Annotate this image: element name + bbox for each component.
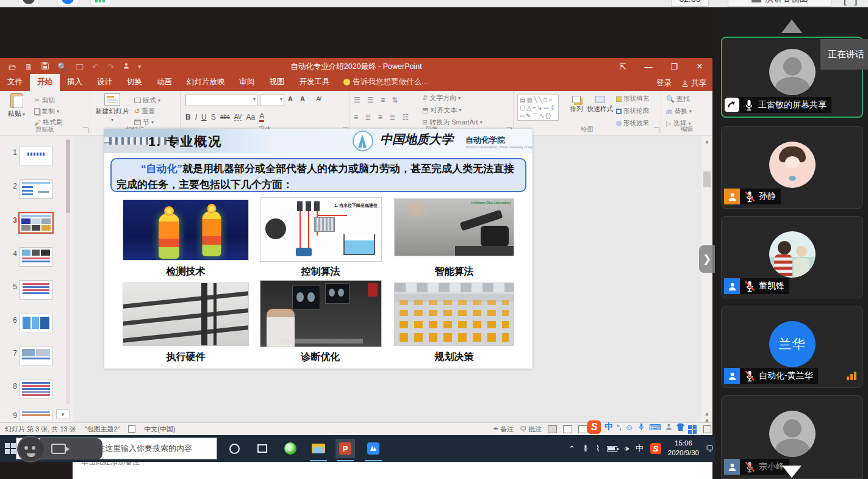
file-explorer-button[interactable] — [309, 439, 328, 458]
open-icon[interactable]: 🗁 — [9, 63, 16, 71]
slide-thumbnail-9[interactable] — [20, 409, 52, 420]
arrange-button[interactable]: 排列 — [567, 96, 586, 112]
thumbnail-scrollbar[interactable] — [66, 139, 70, 404]
strikethrough-button[interactable]: abc — [220, 113, 230, 120]
slide-thumbnail-8[interactable] — [20, 380, 52, 399]
ime-mic-icon[interactable] — [637, 423, 645, 432]
slide-thumbnail-7[interactable] — [20, 347, 52, 366]
slide-thumbnail-6[interactable] — [20, 314, 52, 333]
tab-transitions[interactable]: 切换 — [120, 74, 149, 91]
tray-mic-icon[interactable] — [582, 444, 589, 454]
taskbar-clock[interactable]: 15:062020/9/30 — [668, 439, 699, 458]
task-view-button[interactable] — [253, 439, 272, 458]
sogou-logo-icon[interactable]: S — [587, 420, 601, 434]
slide-thumbnail-3-selected[interactable] — [20, 213, 52, 232]
align-text-button[interactable]: ⬒对齐文本 ▾ — [422, 106, 461, 115]
tab-file[interactable]: 文件 — [0, 74, 30, 91]
minimize-button[interactable]: — — [636, 58, 661, 75]
clipboard-dialog-launcher[interactable] — [83, 128, 88, 133]
font-name-combo[interactable] — [185, 95, 257, 106]
cut-button[interactable]: ✂剪切 — [34, 96, 55, 105]
scroll-down-arrow[interactable] — [782, 466, 802, 478]
slide-sorter-view-button[interactable] — [563, 425, 572, 433]
reading-view-button[interactable] — [578, 425, 587, 433]
cortana-button[interactable] — [224, 439, 244, 458]
participant-tile-screenshare[interactable]: 正在讲话 王雷敏的屏幕共享 — [721, 37, 863, 118]
slide-vertical-scrollbar[interactable]: ▲ ▲▲ ▼▼ — [701, 136, 712, 449]
ime-toolbox-icon[interactable] — [665, 423, 673, 432]
meeting-volume-button[interactable] — [90, 0, 111, 6]
tab-design[interactable]: 设计 — [90, 74, 120, 91]
grow-font-button[interactable]: Aˆ — [288, 95, 296, 103]
close-button[interactable]: × — [687, 58, 712, 75]
slide-body-textbox[interactable]: “自动化”就是用机器部分或全部代替人的体力或脑力劳动，甚至完成人类无法直接完成的… — [110, 158, 526, 192]
tab-home[interactable]: 开始 — [30, 74, 60, 91]
fit-slide-button[interactable] — [703, 425, 711, 433]
normal-view-button[interactable] — [548, 425, 557, 433]
sogou-tray-icon[interactable]: S — [650, 443, 661, 454]
replace-button[interactable]: ab替换 ▾ — [666, 107, 692, 116]
signin-button[interactable]: 登录 — [656, 78, 672, 88]
browser-button[interactable] — [281, 439, 300, 458]
char-spacing-button[interactable]: AV — [234, 113, 242, 121]
sogou-ime-bar[interactable]: S 中 °, ☺ ⌨ — [587, 420, 697, 434]
ribbon-display-options-button[interactable]: ⇱ — [610, 58, 636, 75]
participant-tile[interactable]: 董凯锋 — [721, 216, 863, 298]
new-file-icon[interactable]: 🗎 — [25, 63, 33, 71]
share-button[interactable]: 共享 — [681, 78, 706, 88]
spellcheck-icon[interactable] — [128, 425, 135, 433]
action-center-icon[interactable]: 🗨 — [706, 444, 714, 453]
shape-outline-button[interactable]: 形状轮廓 — [616, 107, 649, 115]
scroll-up-icon[interactable]: ▲ — [701, 139, 712, 145]
slide-thumbnail-1[interactable] — [20, 146, 52, 165]
comments-toggle-button[interactable]: 🗨 批注 — [520, 425, 542, 434]
print-preview-icon[interactable]: 🔍 — [57, 63, 67, 71]
start-button[interactable] — [5, 443, 16, 454]
reset-button[interactable]: ↺重置 — [134, 107, 155, 116]
language-status[interactable]: 中文(中国) — [144, 425, 175, 434]
meeting-record-button[interactable] — [18, 0, 39, 6]
scrollbar-thumb[interactable] — [66, 140, 70, 213]
tab-developer[interactable]: 开发工具 — [292, 74, 337, 91]
ime-skin-icon[interactable] — [676, 423, 684, 431]
tab-animations[interactable]: 动画 — [149, 74, 179, 91]
slide-thumbnail-2[interactable] — [20, 179, 52, 199]
scroll-up-arrow[interactable] — [781, 20, 802, 33]
paste-button[interactable]: 粘贴 ▾ — [2, 93, 30, 118]
thumbnail-scroll-down-button[interactable]: ▾ — [56, 409, 70, 419]
contact-icon[interactable] — [123, 62, 130, 71]
previous-slide-button[interactable]: ▲▲ — [701, 411, 712, 423]
tab-review[interactable]: 审阅 — [232, 74, 262, 91]
notes-toggle-button[interactable]: ≐ 备注 — [493, 425, 514, 434]
sidebar-collapse-button[interactable]: ❯ — [699, 245, 715, 273]
meeting-taskbar-button[interactable] — [364, 439, 383, 458]
volume-icon[interactable]: 🕩 — [624, 444, 629, 453]
underline-button[interactable]: U — [201, 113, 207, 121]
clear-format-button[interactable]: A̸ — [316, 95, 320, 103]
view-mode-button[interactable]: 演讲者视图 — [728, 0, 831, 7]
ime-keyboard-icon[interactable]: ⌨ — [649, 422, 661, 432]
copy-button[interactable]: 复制 ▾ — [34, 107, 59, 116]
ime-indicator[interactable]: 中 — [636, 443, 644, 454]
participant-tile[interactable]: 兰华 自动化-黄兰华 — [721, 306, 863, 388]
italic-button[interactable]: I — [195, 113, 197, 121]
save-icon[interactable] — [41, 62, 49, 71]
font-size-combo[interactable] — [260, 95, 284, 106]
redo-icon[interactable]: ↷ — [107, 63, 114, 71]
battery-icon[interactable] — [607, 446, 617, 452]
tab-slideshow[interactable]: 幻灯片放映 — [179, 74, 232, 91]
ime-chinese-icon[interactable]: 中 — [604, 422, 613, 433]
find-button[interactable]: 🔍查找 — [666, 95, 690, 104]
participant-tile[interactable]: 孙静 — [721, 126, 863, 209]
shrink-font-button[interactable]: Aˇ — [300, 95, 308, 103]
shape-fill-button[interactable]: 形状填充 — [616, 95, 649, 103]
align-buttons[interactable]: ≡ ≣ ≡ ≣ ☷ — [354, 113, 411, 121]
ime-punct-icon[interactable]: °, — [617, 423, 621, 431]
bullet-buttons[interactable]: ☰ ☰ ≡ ⇅ — [354, 96, 401, 104]
slideshow-icon[interactable]: 🖵 — [76, 63, 84, 71]
fullscreen-icon[interactable]: [ ] — [844, 0, 859, 5]
font-color-button[interactable]: A — [259, 112, 264, 122]
layout-button[interactable]: 版式 ▾ — [134, 96, 160, 105]
show-hidden-icons-button[interactable]: ⌃ — [569, 444, 575, 453]
bold-button[interactable]: B — [185, 113, 191, 121]
